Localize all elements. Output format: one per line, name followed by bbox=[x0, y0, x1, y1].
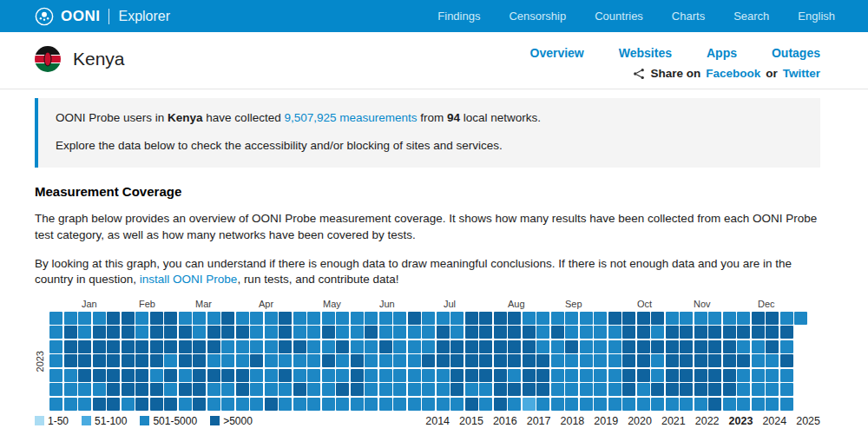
heatmap-cell[interactable] bbox=[265, 398, 278, 411]
heatmap-cell[interactable] bbox=[135, 398, 148, 411]
heatmap-cell[interactable] bbox=[708, 326, 721, 339]
heatmap-cell[interactable] bbox=[193, 312, 206, 325]
heatmap-cell[interactable] bbox=[164, 369, 177, 382]
heatmap-cell[interactable] bbox=[221, 354, 234, 367]
heatmap-cell[interactable] bbox=[164, 354, 177, 367]
heatmap-cell[interactable] bbox=[494, 312, 507, 325]
heatmap-cell[interactable] bbox=[637, 326, 650, 339]
heatmap-cell[interactable] bbox=[122, 340, 135, 353]
heatmap-cell[interactable] bbox=[64, 383, 77, 396]
heatmap-cell[interactable] bbox=[780, 312, 793, 325]
heatmap-cell[interactable] bbox=[279, 383, 292, 396]
heatmap-cell[interactable] bbox=[64, 369, 77, 382]
heatmap-cell[interactable] bbox=[179, 383, 192, 396]
heatmap-cell[interactable] bbox=[737, 369, 750, 382]
heatmap-cell[interactable] bbox=[250, 383, 263, 396]
heatmap-cell[interactable] bbox=[307, 340, 320, 353]
heatmap-cell[interactable] bbox=[580, 340, 593, 353]
year-button-2017[interactable]: 2017 bbox=[527, 415, 551, 427]
heatmap-cell[interactable] bbox=[107, 354, 120, 367]
heatmap-cell[interactable] bbox=[279, 369, 292, 382]
heatmap-cell[interactable] bbox=[122, 326, 135, 339]
heatmap-cell[interactable] bbox=[379, 398, 392, 411]
heatmap-cell[interactable] bbox=[93, 369, 106, 382]
heatmap-cell[interactable] bbox=[107, 398, 120, 411]
heatmap-cell[interactable] bbox=[465, 326, 478, 339]
heatmap-cell[interactable] bbox=[766, 326, 779, 339]
heatmap-cell[interactable] bbox=[666, 326, 679, 339]
heatmap-cell[interactable] bbox=[279, 398, 292, 411]
heatmap-cell[interactable] bbox=[450, 354, 464, 367]
heatmap-cell[interactable] bbox=[494, 398, 507, 411]
heatmap-cell[interactable] bbox=[293, 383, 306, 396]
heatmap-cell[interactable] bbox=[708, 354, 721, 367]
year-button-2023[interactable]: 2023 bbox=[729, 415, 753, 427]
heatmap-cell[interactable] bbox=[49, 369, 62, 382]
heatmap-cell[interactable] bbox=[322, 354, 335, 367]
heatmap-cell[interactable] bbox=[523, 340, 536, 353]
heatmap-cell[interactable] bbox=[49, 326, 62, 339]
heatmap-cell[interactable] bbox=[193, 340, 206, 353]
heatmap-cell[interactable] bbox=[307, 312, 320, 325]
heatmap-cell[interactable] bbox=[437, 340, 450, 353]
heatmap-cell[interactable] bbox=[523, 312, 536, 325]
heatmap-cell[interactable] bbox=[737, 398, 750, 411]
year-button-2016[interactable]: 2016 bbox=[493, 415, 517, 427]
heatmap-cell[interactable] bbox=[780, 326, 793, 339]
heatmap-cell[interactable] bbox=[179, 398, 192, 411]
heatmap-cell[interactable] bbox=[422, 398, 435, 411]
heatmap-cell[interactable] bbox=[221, 398, 234, 411]
heatmap-cell[interactable] bbox=[580, 354, 593, 367]
heatmap-cell[interactable] bbox=[236, 369, 249, 382]
heatmap-cell[interactable] bbox=[565, 369, 578, 382]
heatmap-cell[interactable] bbox=[752, 340, 765, 353]
heatmap-cell[interactable] bbox=[122, 354, 135, 367]
heatmap-cell[interactable] bbox=[365, 398, 378, 411]
heatmap-cell[interactable] bbox=[379, 326, 392, 339]
heatmap-cell[interactable] bbox=[523, 326, 536, 339]
heatmap-cell[interactable] bbox=[93, 312, 106, 325]
heatmap-cell[interactable] bbox=[351, 326, 364, 339]
heatmap-cell[interactable] bbox=[122, 312, 135, 325]
heatmap-cell[interactable] bbox=[265, 340, 278, 353]
heatmap-cell[interactable] bbox=[422, 340, 435, 353]
heatmap-cell[interactable] bbox=[494, 340, 507, 353]
heatmap-cell[interactable] bbox=[179, 369, 192, 382]
heatmap-cell[interactable] bbox=[150, 398, 163, 411]
heatmap-cell[interactable] bbox=[336, 354, 349, 367]
heatmap-cell[interactable] bbox=[408, 354, 421, 367]
heatmap-cell[interactable] bbox=[666, 398, 679, 411]
heatmap-cell[interactable] bbox=[322, 326, 335, 339]
heatmap-cell[interactable] bbox=[307, 383, 320, 396]
heatmap-cell[interactable] bbox=[508, 354, 521, 367]
heatmap-cell[interactable] bbox=[393, 312, 406, 325]
heatmap-cell[interactable] bbox=[708, 340, 721, 353]
heatmap-cell[interactable] bbox=[551, 340, 564, 353]
heatmap-cell[interactable] bbox=[666, 354, 679, 367]
heatmap-cell[interactable] bbox=[179, 340, 192, 353]
heatmap-cell[interactable] bbox=[565, 312, 578, 325]
heatmap-cell[interactable] bbox=[723, 354, 736, 367]
heatmap-cell[interactable] bbox=[135, 340, 148, 353]
heatmap-cell[interactable] bbox=[437, 326, 450, 339]
heatmap-cell[interactable] bbox=[580, 369, 593, 382]
heatmap-cell[interactable] bbox=[622, 326, 635, 339]
heatmap-cell[interactable] bbox=[437, 369, 450, 382]
heatmap-cell[interactable] bbox=[293, 312, 306, 325]
heatmap-cell[interactable] bbox=[766, 312, 779, 325]
heatmap-cell[interactable] bbox=[608, 383, 621, 396]
heatmap-cell[interactable] bbox=[78, 369, 91, 382]
heatmap-cell[interactable] bbox=[250, 340, 263, 353]
heatmap-cell[interactable] bbox=[508, 340, 521, 353]
heatmap-cell[interactable] bbox=[365, 383, 378, 396]
heatmap-cell[interactable] bbox=[508, 326, 521, 339]
heatmap-cell[interactable] bbox=[737, 340, 750, 353]
heatmap-cell[interactable] bbox=[64, 354, 77, 367]
heatmap-cell[interactable] bbox=[422, 383, 435, 396]
heatmap-cell[interactable] bbox=[580, 398, 593, 411]
heatmap-cell[interactable] bbox=[479, 340, 492, 353]
heatmap-cell[interactable] bbox=[351, 369, 364, 382]
heatmap-cell[interactable] bbox=[651, 340, 664, 353]
heatmap-cell[interactable] bbox=[379, 340, 392, 353]
heatmap-cell[interactable] bbox=[437, 354, 450, 367]
